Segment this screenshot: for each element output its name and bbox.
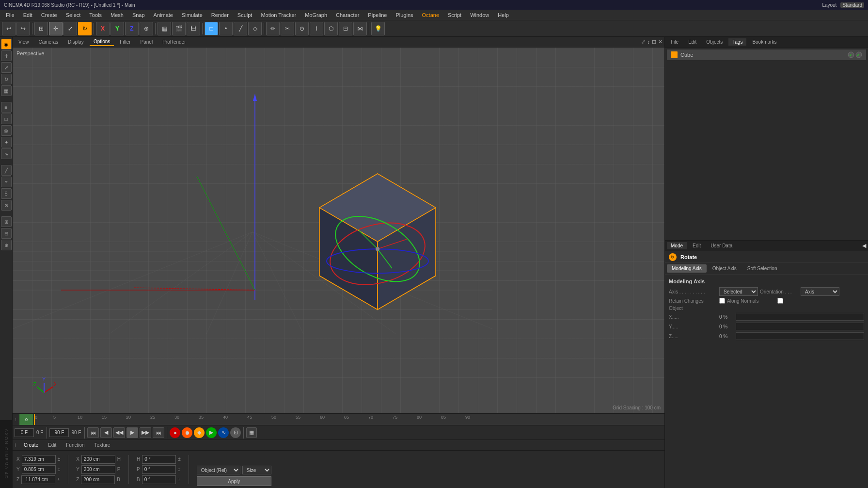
layout-value[interactable]: Standard: [840, 2, 864, 8]
position-z-input[interactable]: [21, 475, 55, 484]
object-mode-button[interactable]: □: [205, 22, 218, 35]
position-x-input[interactable]: [22, 455, 56, 464]
menu-mesh[interactable]: Mesh: [107, 11, 127, 19]
tab-tags[interactable]: Tags: [728, 38, 746, 46]
bottom-tab-texture[interactable]: Texture: [91, 441, 114, 449]
attr-tab-edit[interactable]: Edit: [689, 242, 705, 249]
menu-help[interactable]: Help: [494, 11, 513, 19]
vp-icon-2[interactable]: ↕: [647, 39, 650, 45]
menu-mograph[interactable]: MoGraph: [301, 11, 331, 19]
bridge-tool-button[interactable]: ⊟: [339, 22, 352, 35]
menu-motion-tracker[interactable]: Motion Tracker: [257, 11, 300, 19]
z-value-bar[interactable]: [736, 332, 864, 340]
timeline-start-marker[interactable]: 0: [19, 414, 34, 425]
orientation-dropdown[interactable]: Axis Normal: [801, 287, 839, 296]
extra-button[interactable]: ⊡: [230, 427, 241, 438]
menu-plugins[interactable]: Plugins: [392, 11, 417, 19]
size-z-input[interactable]: [81, 475, 115, 484]
sidebar-obj-btn[interactable]: □: [1, 114, 12, 124]
world-axis-button[interactable]: ⊕: [140, 22, 153, 35]
sidebar-checker-btn[interactable]: ▦: [1, 85, 12, 96]
menu-character[interactable]: Character: [332, 11, 363, 19]
axis-z-button[interactable]: Z: [125, 22, 139, 35]
attr-tab-user-data[interactable]: User Data: [707, 242, 736, 249]
menu-script[interactable]: Script: [444, 11, 465, 19]
menu-select[interactable]: Select: [62, 11, 85, 19]
sidebar-cam-btn[interactable]: ◎: [1, 125, 12, 136]
sidebar-spline-btn[interactable]: ∿: [1, 148, 12, 159]
retain-changes-checkbox[interactable]: [719, 298, 725, 304]
3d-viewport[interactable]: X Z Y Grid Spacing : 100 cm Perspective: [13, 48, 664, 413]
along-normals-checkbox[interactable]: [777, 298, 783, 304]
vp-icon-4[interactable]: ✕: [658, 39, 663, 45]
go-to-end-button[interactable]: ⏭: [153, 427, 164, 438]
sidebar-scale-btn[interactable]: ⤢: [1, 62, 12, 73]
auto-key-button[interactable]: ⏺: [182, 427, 192, 438]
rotate-tool-button[interactable]: ↻: [78, 22, 92, 35]
current-frame-input[interactable]: [15, 428, 34, 437]
axis-x-button[interactable]: X: [96, 22, 110, 35]
attr-subtab-object-axis[interactable]: Object Axis: [708, 264, 742, 273]
menu-pipeline[interactable]: Pipeline: [364, 11, 391, 19]
size-dropdown[interactable]: Size: [242, 466, 271, 474]
tab-file[interactable]: File: [667, 38, 682, 46]
play-forward-button[interactable]: ▶: [126, 427, 138, 438]
move-tool-button[interactable]: ✛: [49, 22, 63, 35]
size-x-input[interactable]: [81, 455, 115, 464]
rot-p-input[interactable]: [142, 465, 176, 474]
render-region-button[interactable]: ▦: [158, 22, 171, 35]
pen-tool-button[interactable]: ✏: [266, 22, 280, 35]
poly-mode-button[interactable]: ◇: [248, 22, 262, 35]
record-button[interactable]: ●: [170, 427, 180, 438]
position-y-input[interactable]: [22, 465, 56, 474]
vp-tab-panel[interactable]: Panel: [137, 38, 157, 46]
motion-button[interactable]: ∿: [218, 427, 229, 438]
menu-sculpt[interactable]: Sculpt: [234, 11, 256, 19]
bottom-tab-create[interactable]: Create: [20, 441, 42, 449]
axis-dropdown[interactable]: Selected World Object: [719, 287, 758, 296]
sidebar-light-btn[interactable]: ✦: [1, 137, 12, 147]
live-selection-button[interactable]: ⊞: [34, 22, 48, 35]
render-to-po-button[interactable]: 🎬: [172, 22, 186, 35]
bottom-tab-edit[interactable]: Edit: [44, 441, 60, 449]
vp-tab-cameras[interactable]: Cameras: [35, 38, 63, 46]
play-back-button[interactable]: ◀◀: [113, 427, 125, 438]
sidebar-circle-btn[interactable]: ⊕: [1, 240, 12, 250]
sidebar-line-btn[interactable]: ╱: [1, 165, 12, 176]
key-button[interactable]: ◆: [194, 427, 205, 438]
attr-subtab-soft-selection[interactable]: Soft Selection: [742, 264, 782, 273]
menu-octane[interactable]: Octane: [418, 11, 443, 19]
axis-y-button[interactable]: Y: [110, 22, 124, 35]
sidebar-magnet-btn[interactable]: ⌖: [1, 177, 12, 187]
sidebar-dollar-btn[interactable]: $: [1, 188, 12, 199]
step-back-button[interactable]: ◀: [100, 427, 112, 438]
vp-tab-prorender[interactable]: ProRender: [158, 38, 189, 46]
menu-window[interactable]: Window: [466, 11, 493, 19]
menu-tools[interactable]: Tools: [85, 11, 106, 19]
edge-mode-button[interactable]: ╱: [234, 22, 247, 35]
menu-snap[interactable]: Snap: [128, 11, 149, 19]
undo-button[interactable]: ↩: [2, 22, 16, 35]
timeline-ruler[interactable]: 0 5 10 15 20 25 30 35 40 45 50 55 60 65 …: [34, 414, 664, 425]
rot-b-input[interactable]: [142, 475, 176, 484]
play-green-button[interactable]: ▶: [206, 427, 217, 438]
menu-simulate[interactable]: Simulate: [178, 11, 206, 19]
mirror-tool-button[interactable]: ⋈: [353, 22, 367, 35]
timeline-grid-button[interactable]: ▦: [246, 427, 257, 438]
vp-tab-view[interactable]: View: [15, 38, 33, 46]
menu-edit[interactable]: Edit: [19, 11, 36, 19]
rot-h-input[interactable]: [142, 455, 176, 464]
tab-edit-right[interactable]: Edit: [684, 38, 700, 46]
edge-cut-button[interactable]: ✂: [281, 22, 294, 35]
sidebar-rotate-btn[interactable]: ↻: [1, 74, 12, 84]
fill-tool-button[interactable]: ⬡: [324, 22, 338, 35]
go-to-start-button[interactable]: ⏮: [87, 427, 99, 438]
y-value-bar[interactable]: [736, 323, 864, 330]
end-frame-input[interactable]: [49, 428, 69, 437]
knife-tool-button[interactable]: ⌇: [310, 22, 323, 35]
vp-icon-3[interactable]: ⊡: [652, 39, 656, 45]
object-item-cube[interactable]: Cube ✓ ✓: [667, 49, 866, 60]
tab-bookmarks[interactable]: Bookmarks: [748, 38, 780, 46]
sidebar-layers-btn[interactable]: ≡: [1, 102, 12, 113]
light-button[interactable]: 💡: [371, 22, 385, 35]
